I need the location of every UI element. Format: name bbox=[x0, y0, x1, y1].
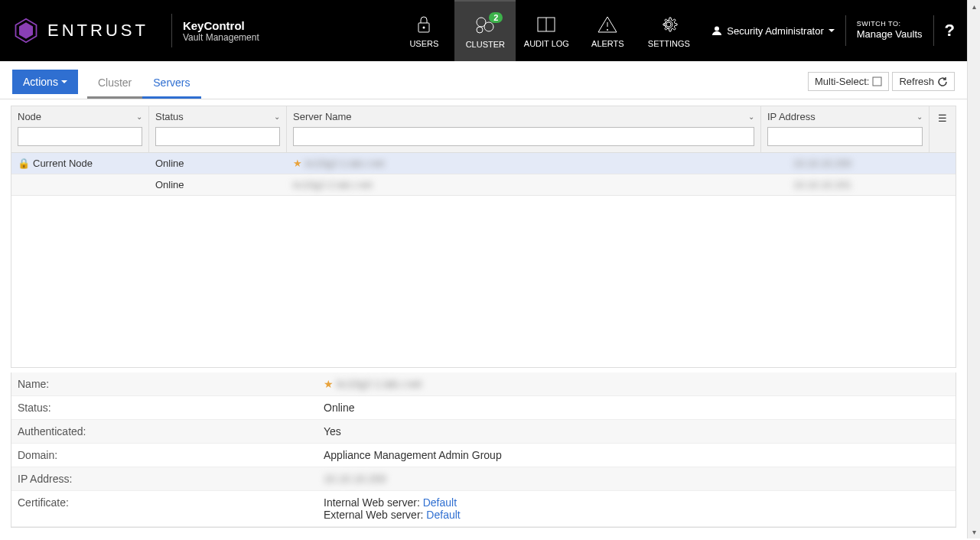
nav-users-label: USERS bbox=[409, 39, 438, 48]
user-dropdown[interactable]: Security Administrator bbox=[711, 25, 834, 37]
star-icon: ★ bbox=[324, 378, 334, 390]
detail-auth-value: Yes bbox=[324, 425, 949, 438]
caret-down-icon bbox=[829, 29, 835, 32]
scroll-track[interactable] bbox=[968, 13, 980, 525]
refresh-button[interactable]: Refresh bbox=[892, 72, 955, 91]
detail-row-name: Name: ★ kc10g2-1.lab.r.net bbox=[11, 372, 956, 396]
user-icon bbox=[711, 25, 722, 36]
product-subtitle: Vault Management bbox=[183, 32, 259, 43]
help-button[interactable]: ? bbox=[945, 21, 955, 41]
detail-row-status: Status: Online bbox=[11, 396, 956, 420]
cert-internal-prefix: Internal Web server: bbox=[324, 496, 423, 509]
nav-auditlog-label: AUDIT LOG bbox=[524, 39, 569, 48]
cluster-badge: 2 bbox=[489, 12, 503, 23]
gear-icon bbox=[658, 13, 679, 36]
product-title: KeyControl bbox=[183, 19, 259, 32]
cell-ip: 10.10.10.200 bbox=[787, 153, 956, 174]
top-header: ENTRUST KeyControl Vault Management USER… bbox=[0, 0, 967, 61]
cell-server: kc10g2-2.lab.r.net bbox=[287, 174, 787, 195]
detail-domain-value: Appliance Management Admin Group bbox=[324, 449, 949, 461]
multiselect-label: Multi-Select: bbox=[815, 76, 870, 87]
scroll-down-arrow[interactable]: ▾ bbox=[968, 525, 980, 538]
multiselect-toggle[interactable]: Multi-Select: bbox=[808, 72, 890, 91]
nav-alerts[interactable]: ALERTS bbox=[577, 0, 638, 61]
detail-status-value: Online bbox=[324, 402, 949, 414]
cell-server-text: kc10g2-2.lab.r.net bbox=[293, 179, 372, 190]
detail-ip-value: 10.10.10.200 bbox=[324, 473, 949, 485]
switch-target: Manage Vaults bbox=[857, 28, 923, 41]
nav-cluster[interactable]: 2 CLUSTER bbox=[454, 0, 516, 61]
cell-status: Online bbox=[149, 153, 287, 174]
filter-ip-input[interactable] bbox=[767, 127, 923, 146]
filter-server-input[interactable] bbox=[293, 127, 754, 146]
chevron-down-icon: ⌄ bbox=[917, 112, 923, 121]
col-ip[interactable]: IP Address⌄ bbox=[761, 106, 930, 152]
svg-point-6 bbox=[477, 27, 483, 33]
svg-marker-1 bbox=[19, 22, 33, 39]
divider bbox=[171, 14, 172, 47]
scroll-up-arrow[interactable]: ▴ bbox=[968, 0, 980, 13]
detail-name-label: Name: bbox=[18, 378, 324, 390]
nav-settings-label: SETTINGS bbox=[648, 39, 690, 48]
cell-status: Online bbox=[149, 174, 287, 195]
detail-name-value: ★ kc10g2-1.lab.r.net bbox=[324, 378, 949, 390]
brand-text: ENTRUST bbox=[47, 21, 148, 41]
book-icon bbox=[536, 13, 557, 36]
col-node[interactable]: Node⌄ bbox=[11, 106, 149, 152]
tab-servers[interactable]: Servers bbox=[142, 69, 200, 99]
chevron-down-icon: ⌄ bbox=[136, 112, 142, 121]
chevron-down-icon: ⌄ bbox=[274, 112, 280, 121]
cert-internal-link[interactable]: Default bbox=[423, 496, 457, 509]
filter-status-input[interactable] bbox=[155, 127, 280, 146]
top-nav: USERS 2 CLUSTER AUDIT LOG ALERTS SET bbox=[393, 0, 699, 61]
grid-row[interactable]: Online kc10g2-2.lab.r.net 10.10.10.201 bbox=[11, 174, 956, 196]
divider bbox=[933, 15, 934, 46]
nav-auditlog[interactable]: AUDIT LOG bbox=[516, 0, 577, 61]
cell-server-text: kc10g2-1.lab.r.net bbox=[305, 158, 384, 169]
chevron-down-icon: ⌄ bbox=[748, 112, 754, 121]
entrust-logo-icon bbox=[12, 17, 40, 44]
cell-ip: 10.10.10.201 bbox=[787, 174, 956, 195]
col-server-label: Server Name bbox=[293, 111, 352, 122]
detail-row-domain: Domain: Appliance Management Admin Group bbox=[11, 444, 956, 467]
cell-node: 🔒 Current Node bbox=[11, 153, 149, 174]
caret-down-icon bbox=[61, 80, 67, 83]
col-server[interactable]: Server Name⌄ bbox=[287, 106, 761, 152]
lock-user-icon bbox=[414, 13, 434, 36]
subtabs: Cluster Servers bbox=[87, 69, 201, 99]
cluster-icon: 2 bbox=[474, 14, 497, 37]
svg-point-5 bbox=[484, 22, 493, 31]
svg-point-11 bbox=[607, 29, 608, 31]
actions-button[interactable]: Actions bbox=[12, 70, 78, 94]
tab-cluster[interactable]: Cluster bbox=[87, 69, 142, 99]
cert-external-link[interactable]: Default bbox=[426, 509, 460, 521]
hamburger-icon: ☰ bbox=[938, 112, 947, 124]
alert-icon bbox=[597, 13, 618, 36]
sub-toolbar: Actions Cluster Servers Multi-Select: Re… bbox=[0, 61, 967, 99]
detail-cert-label: Certificate: bbox=[18, 496, 324, 521]
filter-node-input[interactable] bbox=[18, 127, 142, 146]
nav-users[interactable]: USERS bbox=[393, 0, 454, 61]
svg-point-12 bbox=[715, 27, 719, 31]
nav-settings[interactable]: SETTINGS bbox=[638, 0, 699, 61]
col-node-label: Node bbox=[18, 111, 41, 122]
servers-grid: Node⌄ Status⌄ Server Name⌄ IP Address⌄ ☰… bbox=[11, 106, 956, 368]
cell-node bbox=[11, 174, 149, 195]
switch-label: SWITCH TO: bbox=[857, 20, 923, 29]
svg-rect-13 bbox=[873, 77, 881, 86]
detail-domain-label: Domain: bbox=[18, 449, 324, 461]
logo-area: ENTRUST bbox=[0, 0, 161, 61]
lock-icon: 🔒 bbox=[18, 158, 30, 169]
switch-to-link[interactable]: SWITCH TO: Manage Vaults bbox=[857, 20, 923, 42]
toolbar-tools: Multi-Select: Refresh bbox=[808, 72, 955, 91]
page-scrollbar[interactable]: ▴ ▾ bbox=[967, 0, 980, 538]
col-status[interactable]: Status⌄ bbox=[149, 106, 287, 152]
col-menu[interactable]: ☰ bbox=[930, 106, 956, 152]
grid-row[interactable]: 🔒 Current Node Online ★ kc10g2-1.lab.r.n… bbox=[11, 153, 956, 174]
user-name: Security Administrator bbox=[727, 25, 823, 37]
detail-row-cert: Certificate: Internal Web server: Defaul… bbox=[11, 491, 956, 527]
refresh-label: Refresh bbox=[899, 76, 934, 87]
svg-point-3 bbox=[423, 27, 425, 29]
detail-cert-value: Internal Web server: Default External We… bbox=[324, 496, 949, 521]
detail-auth-label: Authenticated: bbox=[18, 425, 324, 438]
